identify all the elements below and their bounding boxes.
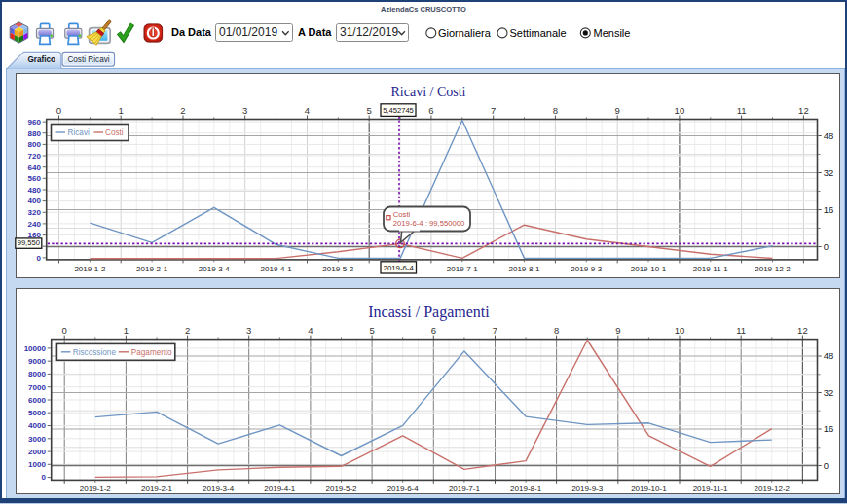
svg-text:Costi Ricavi: Costi Ricavi — [67, 55, 109, 64]
svg-text:Grafico: Grafico — [27, 55, 55, 64]
